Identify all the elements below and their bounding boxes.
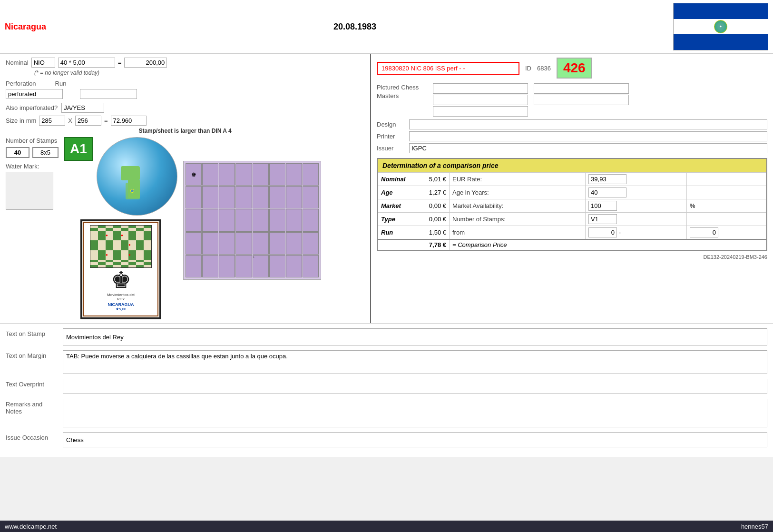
printer-label: Printer — [377, 133, 405, 140]
size-row: Size in mm X = — [6, 116, 364, 126]
bottom-section: Text on Stamp Text on Margin TAB: Puede … — [0, 323, 773, 457]
comp-nominal-extra — [686, 173, 766, 186]
comp-num-stamps-input-cell — [586, 213, 687, 226]
comp-nominal-value: 5,01 € — [416, 173, 450, 186]
remarks-input[interactable] — [63, 399, 767, 427]
perf-run-header: Perforation Run — [6, 80, 364, 87]
num-stamps-row: Number of Stamps — [6, 137, 59, 144]
comp-run-from-input[interactable] — [588, 227, 617, 237]
continent-north-america — [121, 166, 140, 180]
perforation-input[interactable] — [6, 89, 63, 99]
id-label: ID — [525, 65, 531, 72]
currency-input[interactable] — [31, 58, 55, 68]
num-stamps-label: Number of Stamps — [6, 137, 57, 144]
comp-run-value: 1,50 € — [416, 226, 450, 240]
text-on-stamp-row: Text on Stamp — [6, 328, 767, 345]
text-on-margin-input[interactable]: TAB: Puede moverse a calquiera de las ca… — [63, 350, 767, 374]
comp-num-stamps-input[interactable] — [588, 214, 617, 224]
equals-sign: = — [118, 59, 122, 66]
comp-run-label: Run — [378, 226, 416, 240]
comp-total-row: 7,78 € = Comparison Price — [378, 239, 766, 250]
text-on-margin-row: Text on Margin TAB: Puede moverse a calq… — [6, 350, 767, 374]
comp-age-label: Age — [378, 186, 416, 199]
run-input[interactable] — [80, 89, 137, 99]
stamp-subtitle: Movimientos delREY — [107, 293, 135, 301]
stamp-column: A1 — [64, 137, 177, 319]
printer-row: Printer — [377, 131, 767, 141]
pictured-input-1[interactable] — [433, 83, 528, 94]
text-on-stamp-label: Text on Stamp — [6, 328, 58, 337]
size-width[interactable] — [39, 116, 65, 126]
username: hennes57 — [741, 523, 768, 530]
size-area[interactable] — [111, 116, 147, 126]
right-panel: ID 6836 426 Pictured ChessMasters — [371, 54, 773, 323]
size-eq: = — [104, 117, 108, 124]
comp-row-type: Type 0,00 € Number of Stamps: — [378, 213, 766, 226]
country-name: Nicaragua — [5, 22, 46, 32]
id-number: 6836 — [537, 65, 551, 72]
globe-marker — [130, 189, 134, 193]
pictured-right-1[interactable] — [534, 83, 629, 94]
comp-row-nominal: Nominal 5,01 € EUR Rate: — [378, 173, 766, 186]
text-overprint-row: Text Overprint — [6, 379, 767, 394]
text-overprint-label: Text Overprint — [6, 379, 58, 388]
comp-eur-rate-label: EUR Rate: — [450, 173, 586, 186]
chess-board: ●● ● ●● — [90, 225, 152, 268]
stamp-inner-border: ●● ● ●● ♚ Movimientos delREY NICARAGUA — [83, 222, 158, 316]
comparison-title: Determination of a comparison price — [378, 159, 766, 172]
comp-from-label: from — [450, 226, 586, 240]
num-stamps-1[interactable] — [6, 147, 29, 158]
chess-piece-king: ♚ — [111, 269, 131, 292]
issue-date: 20.08.1983 — [46, 22, 664, 32]
nominal-note: (* = no longer valid today) — [34, 69, 364, 76]
remarks-label: Remarks and Notes — [6, 399, 58, 415]
sheet-row-5: 1 — [186, 255, 319, 277]
pictured-input-2[interactable] — [433, 95, 528, 105]
flag-image: ✦ — [673, 3, 768, 50]
also-imperforated-input[interactable] — [61, 103, 104, 113]
result-input[interactable] — [124, 58, 167, 68]
pictured-section: Pictured ChessMasters — [377, 83, 767, 117]
size-note: Stamp/sheet is larger than DIN A 4 — [6, 128, 364, 134]
chess-stamp: ●● ● ●● ♚ Movimientos delREY NICARAGUA — [80, 219, 161, 319]
sheet-row-1: ♚ — [186, 163, 319, 186]
comp-age-years-input-cell — [586, 186, 687, 199]
design-label: Design — [377, 121, 405, 128]
text-on-stamp-input[interactable] — [63, 328, 767, 345]
comp-age-value: 1,27 € — [416, 186, 450, 199]
num-stamps-2[interactable] — [32, 147, 59, 158]
design-input[interactable] — [409, 119, 767, 129]
issuer-input[interactable] — [409, 143, 767, 153]
formula-input[interactable] — [58, 58, 115, 68]
comp-age-years-input[interactable] — [588, 187, 626, 197]
printer-input[interactable] — [409, 131, 767, 141]
pictured-label: Pictured ChessMasters — [377, 83, 429, 117]
pictured-input-3[interactable] — [433, 106, 528, 117]
pictured-right-2[interactable] — [534, 95, 629, 105]
big-number: 426 — [557, 58, 592, 79]
perforation-label: Perforation — [6, 80, 36, 87]
comparison-price-box: Determination of a comparison price Nomi… — [377, 158, 767, 251]
pictured-inputs-col — [433, 83, 528, 117]
comp-run-to-cell — [686, 226, 766, 240]
size-height[interactable] — [75, 116, 101, 126]
issue-occasion-input[interactable] — [63, 432, 767, 447]
design-row: Design — [377, 119, 767, 129]
comp-eur-rate-input[interactable] — [588, 174, 626, 184]
comp-total-value: 7,78 € — [378, 239, 450, 250]
text-overprint-input[interactable] — [63, 379, 767, 394]
comp-market-avail-input[interactable] — [588, 201, 617, 211]
comp-type-extra — [686, 213, 766, 226]
comp-market-pct: % — [686, 199, 766, 213]
header-row: Nicaragua 20.08.1983 ✦ — [0, 0, 773, 54]
issue-occasion-label: Issue Occasion — [6, 432, 58, 441]
code-input[interactable] — [377, 62, 519, 75]
a1-badge: A1 — [64, 137, 93, 161]
flag-emblem: ✦ — [714, 20, 727, 33]
comp-run-to-input[interactable] — [690, 227, 718, 237]
comp-market-value: 0,00 € — [416, 199, 450, 213]
nominal-row: Nominal = — [6, 58, 364, 68]
comp-nominal-label: Nominal — [378, 173, 416, 186]
id-row: ID 6836 426 — [377, 58, 767, 79]
watermark-label: Water Mark: — [6, 163, 59, 170]
